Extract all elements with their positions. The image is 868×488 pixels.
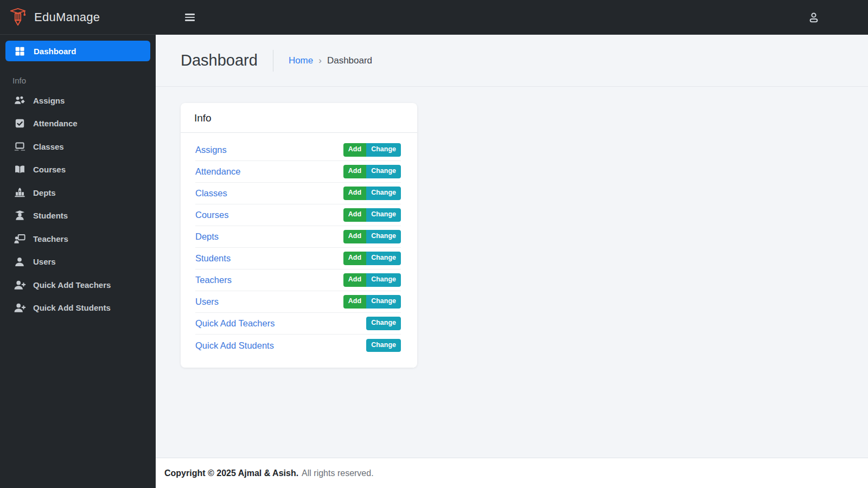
row-actions: Change: [366, 317, 401, 330]
sidebar-item-label: Dashboard: [34, 47, 76, 56]
row-actions: Add Change: [343, 143, 401, 157]
page-title: Dashboard: [181, 52, 258, 69]
breadcrumb: Home › Dashboard: [289, 55, 372, 66]
change-button[interactable]: Change: [366, 317, 401, 330]
sidebar-item-teachers[interactable]: Teachers: [5, 227, 150, 251]
user-graduate-icon: [12, 209, 27, 222]
model-link-classes[interactable]: Classes: [195, 188, 227, 198]
info-card-title: Info: [181, 103, 417, 133]
sidebar-item-attendance[interactable]: Attendance: [5, 112, 150, 136]
row-actions: Add Change: [343, 295, 401, 309]
footer-rights: All rights reserved.: [302, 468, 374, 478]
row-actions: Add Change: [343, 230, 401, 243]
sidebar-item-students[interactable]: Students: [5, 204, 150, 228]
row-quick-add-teachers: Quick Add Teachers Change: [195, 313, 401, 335]
row-actions: Add Change: [343, 252, 401, 265]
row-actions: Add Change: [343, 273, 401, 287]
sidebar-item-quick-add-students[interactable]: Quick Add Students: [5, 297, 150, 320]
model-link-assigns[interactable]: Assigns: [195, 145, 227, 155]
sidebar-nav: Dashboard Info Assigns: [0, 35, 156, 319]
user-plus-icon: [12, 301, 27, 314]
footer-copyright: Copyright © 2025 Ajmal & Asish.: [164, 468, 298, 478]
sidebar-item-label: Quick Add Teachers: [33, 280, 111, 290]
grid-icon: [12, 46, 27, 57]
footer: Copyright © 2025 Ajmal & Asish. All righ…: [156, 458, 868, 488]
model-link-depts[interactable]: Depts: [195, 232, 219, 242]
row-quick-add-students: Quick Add Students Change: [195, 335, 401, 356]
add-button[interactable]: Add: [343, 295, 366, 309]
user-menu-button[interactable]: [807, 11, 820, 24]
change-button[interactable]: Change: [366, 230, 401, 243]
row-attendance: Attendance Add Change: [195, 161, 401, 183]
hamburger-icon: [185, 14, 195, 21]
change-button[interactable]: Change: [366, 273, 401, 287]
info-card: Info Assigns Add Change Attendance Add: [181, 103, 417, 368]
sidebar-item-depts[interactable]: Depts: [5, 181, 150, 204]
sidebar-item-label: Teachers: [33, 234, 68, 243]
users-gear-icon: [12, 94, 27, 107]
content-header: Dashboard Home › Dashboard: [156, 35, 868, 87]
row-assigns: Assigns Add Change: [195, 139, 401, 161]
chalkboard-teacher-icon: [12, 233, 27, 245]
sidebar-item-label: Depts: [33, 188, 56, 197]
row-depts: Depts Add Change: [195, 226, 401, 248]
sidebar-item-courses[interactable]: Courses: [5, 158, 150, 182]
brand-link[interactable]: EduManage: [0, 0, 156, 35]
sidebar: EduManage Dashboard Info: [0, 0, 156, 488]
sidebar-item-dashboard[interactable]: Dashboard: [5, 41, 150, 61]
change-button[interactable]: Change: [366, 143, 401, 157]
change-button[interactable]: Change: [366, 252, 401, 265]
book-open-icon: [12, 163, 27, 176]
breadcrumb-home-link[interactable]: Home: [289, 55, 313, 66]
sidebar-item-users[interactable]: Users: [5, 251, 150, 274]
change-button[interactable]: Change: [366, 295, 401, 309]
model-link-teachers[interactable]: Teachers: [195, 275, 232, 285]
row-classes: Classes Add Change: [195, 183, 401, 204]
header-divider: [273, 50, 273, 72]
main-area: Dashboard Home › Dashboard Info Assigns …: [156, 0, 868, 488]
add-button[interactable]: Add: [343, 273, 366, 287]
sidebar-item-label: Attendance: [33, 119, 78, 128]
user-plus-icon: [12, 279, 27, 291]
top-navbar: [156, 0, 868, 35]
change-button[interactable]: Change: [366, 208, 401, 222]
model-link-users[interactable]: Users: [195, 297, 219, 307]
row-users: Users Add Change: [195, 291, 401, 313]
sidebar-item-label: Classes: [33, 142, 64, 151]
university-icon: [12, 187, 27, 199]
change-button[interactable]: Change: [366, 339, 401, 352]
change-button[interactable]: Change: [366, 187, 401, 200]
add-button[interactable]: Add: [343, 230, 366, 243]
user-outline-icon: [807, 11, 820, 24]
row-students: Students Add Change: [195, 248, 401, 269]
add-button[interactable]: Add: [343, 165, 366, 178]
app-root: EduManage Dashboard Info: [0, 0, 868, 488]
user-icon: [12, 256, 27, 268]
add-button[interactable]: Add: [343, 208, 366, 222]
breadcrumb-separator: ›: [318, 55, 322, 66]
model-link-attendance[interactable]: Attendance: [195, 166, 240, 177]
add-button[interactable]: Add: [343, 252, 366, 265]
sidebar-item-assigns[interactable]: Assigns: [5, 89, 150, 112]
model-link-quick-add-students[interactable]: Quick Add Students: [195, 341, 274, 351]
sidebar-item-quick-add-teachers[interactable]: Quick Add Teachers: [5, 273, 150, 297]
sidebar-toggle-button[interactable]: [185, 14, 195, 21]
add-button[interactable]: Add: [343, 187, 366, 200]
check-square-icon: [12, 118, 27, 129]
sidebar-item-label: Assigns: [33, 96, 65, 105]
sidebar-item-label: Courses: [33, 165, 66, 174]
brand-name: EduManage: [34, 10, 100, 24]
info-card-body: Assigns Add Change Attendance Add Change: [181, 133, 417, 368]
sidebar-item-label: Quick Add Students: [33, 303, 111, 312]
row-actions: Change: [366, 339, 401, 352]
row-actions: Add Change: [343, 165, 401, 178]
row-actions: Add Change: [343, 187, 401, 200]
sidebar-section-label: Info: [12, 76, 150, 85]
model-link-quick-add-teachers[interactable]: Quick Add Teachers: [195, 318, 275, 329]
change-button[interactable]: Change: [366, 165, 401, 178]
model-link-students[interactable]: Students: [195, 253, 231, 264]
sidebar-item-classes[interactable]: Classes: [5, 135, 150, 158]
model-link-courses[interactable]: Courses: [195, 210, 228, 220]
graduation-pencil-logo-icon: [9, 7, 27, 28]
add-button[interactable]: Add: [343, 143, 366, 157]
